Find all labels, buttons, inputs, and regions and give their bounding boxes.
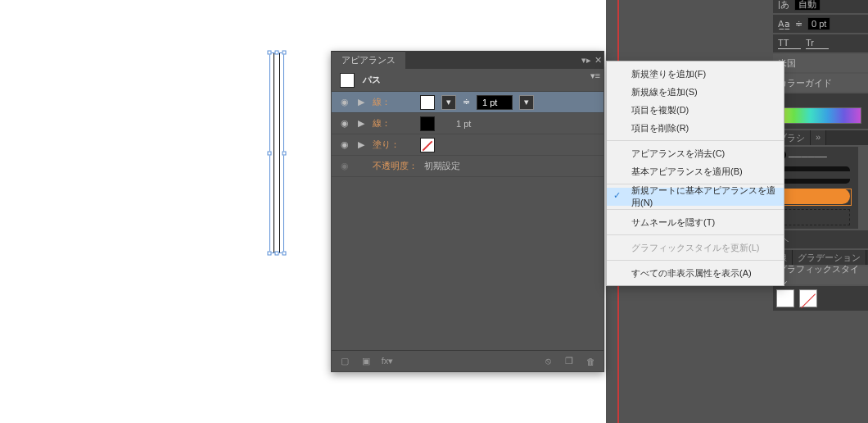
brush-tab-extra[interactable]: »	[811, 130, 826, 145]
lang-row[interactable]: 米国	[773, 54, 868, 72]
brush-charcoal[interactable]	[776, 166, 850, 184]
stroke-weight-field[interactable]: 1 pt	[477, 95, 513, 110]
visibility-icon[interactable]: ◉	[338, 139, 351, 150]
a-underline-icon: A̲a̲	[778, 19, 790, 30]
delete-item-icon[interactable]: 🗑	[584, 355, 597, 368]
expand-icon[interactable]: ▶	[358, 97, 366, 107]
opacity-value[interactable]: 初期設定	[424, 160, 460, 172]
appearance-row-opacity[interactable]: ◉ 不透明度： 初期設定	[332, 156, 604, 177]
stepper-icon[interactable]: ≑	[463, 97, 470, 107]
char-T-icon[interactable]: TT	[778, 38, 801, 49]
brush-dashed-frame[interactable]	[776, 209, 850, 225]
appearance-tabbar: アピアランス ▾▸ ✕	[332, 51, 604, 69]
visibility-icon[interactable]: ◉	[338, 97, 351, 107]
row-label: 塗り：	[373, 139, 414, 151]
expand-icon[interactable]: ▶	[358, 139, 366, 150]
appearance-rows: ◉ ▶ 線： ▾ ≑ 1 pt ▾ ◉ ▶ 線： 1 pt ◉ ▶ 塗り： ◉ …	[332, 92, 604, 350]
brush-panel-footer: ⟟⟍	[773, 230, 868, 248]
visibility-icon[interactable]: ◉	[338, 118, 351, 129]
appearance-panel: アピアランス ▾▸ ✕ ▾≡ パス ◉ ▶ 線： ▾ ≑ 1 pt ▾ ◉ ▶ …	[331, 51, 604, 372]
appearance-row-fill[interactable]: ◉ ▶ 塗り：	[332, 134, 604, 156]
menu-duplicate-item[interactable]: 項目を複製(D)	[607, 101, 784, 119]
row-label: 不透明度：	[373, 160, 418, 172]
stroke-swatch[interactable]	[420, 95, 435, 110]
graphic-styles-panel	[773, 286, 868, 311]
side-panels: |あ 自動 A̲a̲ ≑ 0 pt TT Tr 米国 カラーガイド ▾ ブラシ …	[773, 0, 868, 423]
new-stroke-icon[interactable]: ▢	[338, 355, 351, 368]
color-guide-panel: ▾	[773, 93, 868, 129]
brush-tabs: ブラシ »	[773, 130, 868, 145]
fill-swatch-none[interactable]	[420, 138, 435, 152]
a-icon: |あ	[778, 0, 789, 11]
fx-menu-button[interactable]: fx▾	[381, 355, 394, 368]
gs-swatch-none[interactable]	[799, 289, 817, 307]
menu-redefine-graphic-style: グラフィックスタイルを更新(L)	[607, 239, 784, 257]
check-icon: ✓	[613, 190, 625, 202]
auto-label: 自動	[798, 0, 816, 11]
color-guide-tab[interactable]: カラーガイド	[773, 74, 868, 92]
menu-add-new-fill[interactable]: 新規塗りを追加(F)	[607, 65, 784, 83]
menu-new-art-basic-appearance[interactable]: ✓ 新規アートに基本アピアランスを適用(N)	[607, 188, 784, 206]
appearance-flyout-menu: 新規塗りを追加(F) 新規線を追加(S) 項目を複製(D) 項目を削除(R) ア…	[606, 61, 784, 286]
gs-swatch-default[interactable]	[776, 289, 794, 307]
swatch-dropdown-icon[interactable]: ▾	[441, 95, 456, 110]
header-label: パス	[363, 74, 381, 86]
duplicate-item-icon[interactable]: ❐	[563, 355, 576, 368]
char-T2-icon[interactable]: Tr	[806, 38, 829, 49]
gs-tab[interactable]: グラフィックスタイル	[773, 266, 868, 284]
menu-clear-appearance[interactable]: アピアランスを消去(C)	[607, 144, 784, 162]
row-label: 線：	[373, 117, 414, 130]
weight-dropdown-icon[interactable]: ▾	[519, 95, 534, 110]
selected-path[interactable]	[269, 52, 284, 253]
menu-hide-thumbnail[interactable]: サムネールを隠す(T)	[607, 213, 784, 231]
panel-close-icon[interactable]: ✕	[592, 55, 604, 66]
clear-appearance-icon[interactable]: ⦸	[541, 355, 554, 368]
stepper-icon[interactable]: ≑	[795, 19, 802, 30]
panel-collapse-icon[interactable]: ▾▸	[581, 55, 592, 66]
visibility-icon: ◉	[338, 161, 351, 171]
gs-label: グラフィックスタイル	[778, 263, 863, 288]
stroke-swatch[interactable]	[420, 116, 435, 131]
char-type-row[interactable]: TT Tr	[773, 34, 868, 52]
menu-reduce-to-basic[interactable]: 基本アピアランスを適用(B)	[607, 162, 784, 180]
brush-basic-dot[interactable]: ──────	[776, 150, 855, 161]
appearance-row-stroke-2[interactable]: ◉ ▶ 線： 1 pt	[332, 113, 604, 134]
row-label: 線：	[373, 96, 414, 108]
appearance-footer: ▢ ▣ fx▾ ⦸ ❐ 🗑	[332, 350, 604, 371]
color-guide-label: カラーガイド	[778, 77, 832, 89]
panel-flyout-icon[interactable]: ▾≡	[590, 70, 600, 81]
appearance-tab[interactable]: アピアランス	[332, 51, 405, 69]
new-fill-icon[interactable]: ▣	[359, 355, 373, 368]
appearance-header: パス	[332, 69, 604, 92]
appearance-row-stroke-1[interactable]: ◉ ▶ 線： ▾ ≑ 1 pt ▾	[332, 92, 604, 113]
stroke-weight-value: 1 pt	[456, 119, 471, 129]
brushes-panel: ──────	[773, 147, 858, 229]
pt-value: 0 pt	[811, 19, 826, 29]
char-pt-row[interactable]: A̲a̲ ≑ 0 pt	[773, 15, 868, 33]
color-harmony-strip[interactable]	[776, 107, 861, 124]
appearance-thumb	[340, 73, 355, 88]
menu-show-all-hidden-attrs[interactable]: すべての非表示属性を表示(A)	[607, 264, 784, 282]
menu-add-new-stroke[interactable]: 新規線を追加(S)	[607, 83, 784, 101]
menu-remove-item[interactable]: 項目を削除(R)	[607, 119, 784, 137]
expand-icon[interactable]: ▶	[358, 118, 366, 129]
char-auto-row[interactable]: |あ 自動	[773, 0, 868, 13]
brush-orange-swash[interactable]	[776, 189, 850, 203]
